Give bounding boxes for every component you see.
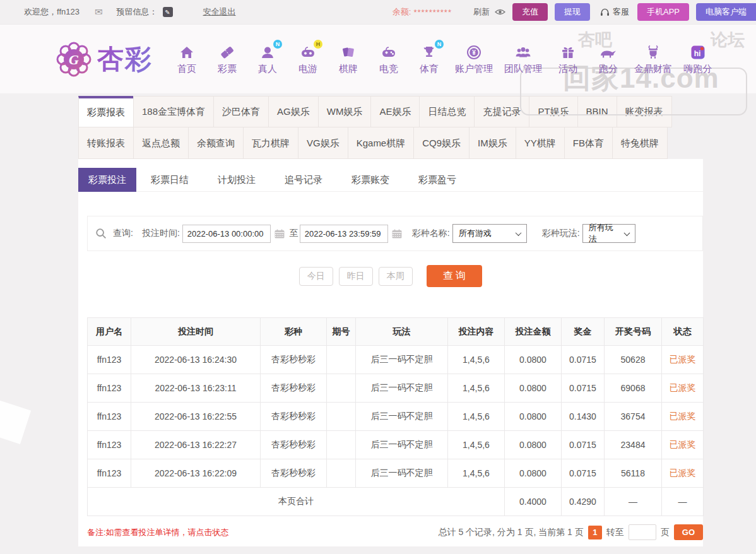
home-icon [177, 44, 196, 61]
cell-amount: 0.0800 [505, 374, 562, 403]
edit-icon[interactable]: ✎ [163, 7, 173, 17]
tab-wali[interactable]: 瓦力棋牌 [243, 127, 298, 159]
site-logo[interactable]: G 杏彩 [56, 41, 153, 78]
nav-item-home[interactable]: 首页 [172, 44, 201, 75]
egame-gamepad-icon: H [298, 44, 317, 61]
game-select[interactable]: 所有游戏 [452, 224, 527, 243]
tab-188-sports[interactable]: 188金宝博体育 [133, 96, 214, 127]
tab-daily-overview[interactable]: 日结总览 [419, 96, 475, 127]
balance-label: 余额: [393, 6, 411, 18]
nav-item-boardgames[interactable]: 棋牌 [334, 44, 363, 75]
envelope-icon[interactable]: ✉ [95, 6, 103, 18]
bets-table: 用户名 投注时间 彩种 期号 玩法 投注内容 投注金额 奖金 开奖号码 状态 f… [87, 317, 704, 516]
nav-item-paofen[interactable]: 跑分 [594, 44, 623, 75]
yesterday-button[interactable]: 昨日 [339, 267, 373, 286]
play-type-select[interactable]: 所有玩法 [582, 224, 635, 243]
tab-transfer-report[interactable]: 转账报表 [78, 127, 134, 159]
subtab-lottery-bets[interactable]: 彩票投注 [78, 168, 136, 192]
subtab-lottery-daily[interactable]: 彩票日结 [136, 168, 203, 192]
cell-amount: 0.0800 [505, 403, 562, 431]
tab-rebate-total[interactable]: 返点总额 [133, 127, 189, 159]
nav-item-lottery[interactable]: 彩票 [213, 44, 242, 75]
cell-amount: 0.0800 [505, 431, 562, 459]
tab-cq9[interactable]: CQ9娱乐 [413, 127, 470, 159]
customer-service-link[interactable]: 客服 [600, 6, 629, 18]
nav-item-esports[interactable]: 电竞 [374, 44, 403, 75]
cell-draw-number: 50628 [605, 346, 662, 374]
eye-icon[interactable] [495, 8, 505, 16]
refresh-link[interactable]: 刷新 [473, 6, 490, 18]
tab-wm[interactable]: WM娱乐 [318, 96, 372, 127]
cell-issue [327, 374, 356, 403]
logout-link[interactable]: 安全退出 [203, 6, 236, 18]
calendar-icon[interactable] [275, 229, 285, 239]
mobile-app-button[interactable]: 手机APP [637, 3, 689, 21]
cell-issue [327, 403, 356, 431]
goto-page-input[interactable] [629, 524, 656, 540]
cell-play: 后三一码不定胆 [356, 431, 448, 459]
withdraw-button[interactable]: 提现 [555, 3, 590, 21]
nav-item-sports[interactable]: N 体育 [415, 44, 444, 75]
cell-issue [327, 431, 356, 459]
tab-bbin[interactable]: BBIN [577, 96, 617, 127]
tab-kgame[interactable]: Kgame棋牌 [348, 127, 415, 159]
subtab-plan-bets[interactable]: 计划投注 [203, 168, 270, 192]
top-bar: 欢迎您，ffn123 ✉ 预留信息： ✎ 安全退出 余额: **********… [0, 0, 756, 24]
cell-username: ffn123 [88, 459, 131, 488]
cards-icon [339, 44, 358, 61]
tab-saba-sports[interactable]: 沙巴体育 [213, 96, 269, 127]
tab-fb[interactable]: FB体育 [564, 127, 613, 159]
cell-status[interactable]: 已派奖 [662, 346, 704, 374]
tab-ag[interactable]: AG娱乐 [268, 96, 319, 127]
query-label: 查询: [113, 228, 133, 239]
tab-ae[interactable]: AE娱乐 [370, 96, 420, 127]
tab-pt[interactable]: PT娱乐 [529, 96, 577, 127]
tab-yy[interactable]: YY棋牌 [516, 127, 565, 159]
cell-status[interactable]: 已派奖 [662, 431, 704, 459]
cell-status[interactable]: 已派奖 [662, 459, 704, 488]
table-row: ffn123 2022-06-13 16:22:09 杏彩秒秒彩 后三一码不定胆… [88, 459, 704, 488]
cell-lottery: 杏彩秒秒彩 [261, 374, 327, 403]
subtab-lottery-profit-loss[interactable]: 彩票盈亏 [404, 168, 471, 192]
records-summary: 总计 5 个记录, 分为 1 页, 当前第 1 页 [439, 527, 584, 538]
cell-amount: 0.0800 [505, 346, 562, 374]
subtab-lottery-account-change[interactable]: 彩票账变 [337, 168, 404, 192]
this-week-button[interactable]: 本周 [379, 267, 413, 286]
pc-client-button[interactable]: 电脑客户端 [696, 3, 756, 21]
game-name-label: 彩种名称: [412, 228, 450, 239]
recharge-button[interactable]: 充值 [512, 3, 548, 21]
nav-item-live[interactable]: N 真人 [253, 44, 282, 75]
nav-item-egame[interactable]: H 电游 [293, 44, 322, 75]
cell-username: ffn123 [88, 431, 131, 459]
cell-bet-time: 2022-06-13 16:22:27 [131, 431, 261, 459]
subtab-chase-records[interactable]: 追号记录 [270, 168, 337, 192]
tab-account-change[interactable]: 账变报表 [617, 96, 672, 127]
nav-item-hipaofen[interactable]: hi 嗨跑分 [683, 44, 712, 75]
nav-item-activity[interactable]: 活动 [553, 44, 582, 75]
tab-tetu[interactable]: 特兔棋牌 [612, 127, 668, 159]
nav-item-wealth[interactable]: 金鼎财富 [634, 44, 672, 75]
tab-deposit-withdraw[interactable]: 充提记录 [474, 96, 529, 127]
cell-prize: 0.0715 [562, 374, 605, 403]
tab-balance-query[interactable]: 余额查询 [188, 127, 244, 159]
nav-item-team[interactable]: 团队管理 [504, 44, 542, 75]
total-status: — [662, 488, 704, 516]
current-page-badge[interactable]: 1 [588, 526, 602, 539]
tab-lottery-report[interactable]: 彩票报表 [78, 96, 134, 127]
today-button[interactable]: 今日 [299, 267, 333, 286]
tab-vg[interactable]: VG娱乐 [298, 127, 348, 159]
calendar-icon[interactable] [392, 229, 402, 239]
go-button[interactable]: GO [674, 524, 703, 540]
gift-icon [558, 44, 577, 61]
bet-time-from-input[interactable] [182, 225, 271, 243]
cell-draw-number: 23484 [605, 431, 662, 459]
query-button[interactable]: 查 询 [427, 265, 482, 287]
col-amount: 投注金额 [505, 318, 562, 346]
page-footer: 备注:如需查看投注单详情，请点击状态 总计 5 个记录, 分为 1 页, 当前第… [87, 524, 703, 540]
cell-status[interactable]: 已派奖 [662, 403, 704, 431]
cell-status[interactable]: 已派奖 [662, 374, 704, 403]
nav-item-account[interactable]: ¥ 账户管理 [455, 44, 493, 75]
bet-time-to-input[interactable] [300, 225, 388, 243]
cell-play: 后三一码不定胆 [356, 403, 448, 431]
tab-im[interactable]: IM娱乐 [469, 127, 516, 159]
